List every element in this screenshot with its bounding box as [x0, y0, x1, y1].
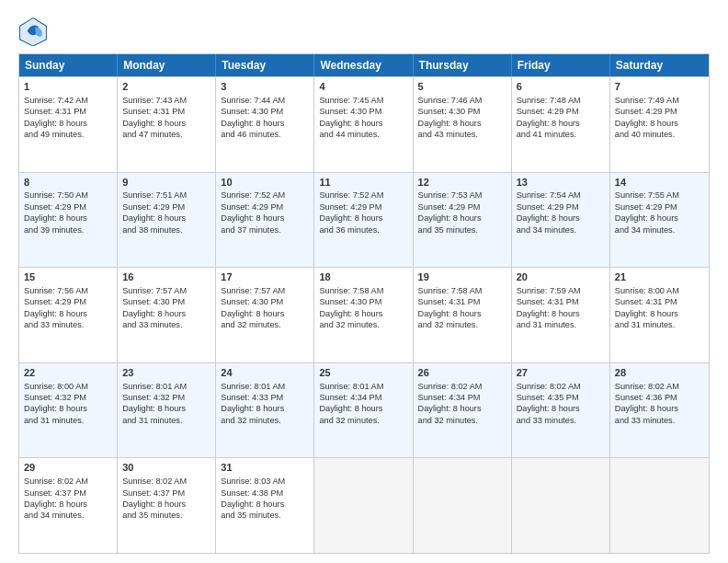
day-number: 15 — [24, 270, 112, 284]
day-info-line: Daylight: 8 hours — [221, 308, 309, 319]
cal-day-15: 15Sunrise: 7:56 AMSunset: 4:29 PMDayligh… — [19, 268, 118, 362]
day-info-line: Daylight: 8 hours — [418, 308, 506, 319]
day-info-line: Sunset: 4:31 PM — [615, 296, 704, 307]
day-info-line: Sunset: 4:30 PM — [221, 296, 309, 307]
day-info-line: and 32 minutes. — [221, 415, 309, 426]
cal-day-14: 14Sunrise: 7:55 AMSunset: 4:29 PMDayligh… — [610, 173, 709, 268]
day-info-line: Daylight: 8 hours — [517, 213, 605, 224]
page: SundayMondayTuesdayWednesdayThursdayFrid… — [0, 0, 728, 563]
day-info-line: Sunset: 4:29 PM — [24, 201, 112, 213]
cal-day-21: 21Sunrise: 8:00 AMSunset: 4:31 PMDayligh… — [610, 268, 709, 362]
day-info-line: Sunrise: 7:56 AM — [24, 285, 112, 296]
day-info-line: Sunrise: 7:52 AM — [319, 190, 407, 201]
day-info-line: and 32 minutes. — [221, 319, 309, 330]
day-info-line: Daylight: 8 hours — [221, 118, 309, 129]
day-info-line: Sunrise: 7:53 AM — [418, 190, 506, 201]
day-info-line: Sunset: 4:31 PM — [24, 106, 112, 117]
day-number: 1 — [24, 80, 112, 94]
calendar-body: 1Sunrise: 7:42 AMSunset: 4:31 PMDaylight… — [19, 76, 709, 553]
day-info-line: and 35 minutes. — [418, 224, 506, 236]
day-info-line: and 44 minutes. — [319, 129, 407, 140]
day-info-line: Sunrise: 7:51 AM — [122, 190, 210, 201]
day-info-line: and 33 minutes. — [517, 415, 605, 426]
cal-day-18: 18Sunrise: 7:58 AMSunset: 4:30 PMDayligh… — [314, 268, 413, 362]
calendar-row-3: 15Sunrise: 7:56 AMSunset: 4:29 PMDayligh… — [19, 267, 709, 362]
day-info-line: Sunset: 4:30 PM — [221, 106, 309, 117]
header-day-monday: Monday — [118, 54, 216, 76]
day-info-line: Sunrise: 7:58 AM — [418, 285, 506, 296]
day-info-line: Sunset: 4:29 PM — [517, 201, 605, 213]
day-info-line: and 47 minutes. — [122, 129, 210, 140]
cal-empty — [314, 458, 413, 553]
cal-day-28: 28Sunrise: 8:02 AMSunset: 4:36 PMDayligh… — [610, 363, 709, 458]
day-info-line: and 34 minutes. — [615, 224, 704, 236]
day-info-line: Sunset: 4:29 PM — [517, 106, 605, 117]
cal-day-11: 11Sunrise: 7:52 AMSunset: 4:29 PMDayligh… — [314, 173, 413, 268]
day-info-line: Sunrise: 7:54 AM — [517, 190, 605, 201]
day-info-line: Sunrise: 7:57 AM — [122, 285, 210, 296]
day-number: 23 — [122, 366, 210, 380]
day-number: 28 — [615, 366, 704, 380]
day-info-line: Sunrise: 8:03 AM — [221, 476, 309, 487]
day-info-line: Sunrise: 8:02 AM — [122, 476, 210, 487]
day-info-line: Sunset: 4:30 PM — [418, 106, 506, 117]
day-info-line: and 38 minutes. — [122, 224, 210, 236]
day-number: 29 — [24, 461, 112, 475]
day-info-line: and 43 minutes. — [418, 129, 506, 140]
cal-day-27: 27Sunrise: 8:02 AMSunset: 4:35 PMDayligh… — [512, 363, 610, 458]
day-number: 22 — [24, 366, 112, 380]
day-info-line: Sunset: 4:30 PM — [319, 296, 407, 307]
header — [18, 17, 710, 46]
day-info-line: Daylight: 8 hours — [122, 403, 210, 414]
day-info-line: and 31 minutes. — [615, 319, 704, 330]
day-info-line: Sunset: 4:29 PM — [615, 201, 704, 213]
day-info-line: Sunrise: 7:52 AM — [221, 190, 309, 201]
cal-day-7: 7Sunrise: 7:49 AMSunset: 4:29 PMDaylight… — [610, 77, 709, 172]
day-number: 20 — [517, 270, 605, 284]
cal-day-2: 2Sunrise: 7:43 AMSunset: 4:31 PMDaylight… — [118, 77, 216, 172]
day-info-line: and 32 minutes. — [319, 415, 407, 426]
day-number: 12 — [418, 176, 506, 190]
day-number: 18 — [319, 270, 407, 284]
day-number: 30 — [122, 461, 210, 475]
header-day-thursday: Thursday — [414, 54, 512, 76]
day-info-line: Sunset: 4:29 PM — [221, 201, 309, 213]
day-info-line: Sunrise: 8:01 AM — [221, 381, 309, 392]
header-day-saturday: Saturday — [610, 54, 709, 76]
day-info-line: Daylight: 8 hours — [122, 118, 210, 129]
cal-empty — [512, 458, 610, 553]
day-info-line: Sunrise: 8:01 AM — [122, 381, 210, 392]
day-info-line: Sunset: 4:37 PM — [122, 488, 210, 499]
day-info-line: and 33 minutes. — [122, 319, 210, 330]
day-info-line: Sunset: 4:38 PM — [221, 488, 309, 499]
cal-day-19: 19Sunrise: 7:58 AMSunset: 4:31 PMDayligh… — [414, 268, 512, 362]
day-info-line: Daylight: 8 hours — [319, 213, 407, 224]
day-info-line: Sunrise: 7:43 AM — [122, 95, 210, 106]
day-info-line: Sunrise: 7:58 AM — [319, 285, 407, 296]
cal-empty — [610, 458, 709, 553]
cal-empty — [414, 458, 512, 553]
day-info-line: and 41 minutes. — [517, 129, 605, 140]
day-info-line: Daylight: 8 hours — [615, 403, 704, 414]
logo — [18, 17, 51, 46]
day-number: 21 — [615, 270, 704, 284]
day-info-line: Sunset: 4:29 PM — [24, 296, 112, 307]
day-info-line: Sunset: 4:31 PM — [418, 296, 506, 307]
day-info-line: and 32 minutes. — [418, 319, 506, 330]
day-info-line: Daylight: 8 hours — [24, 403, 112, 414]
day-info-line: Sunrise: 8:02 AM — [517, 381, 605, 392]
header-day-wednesday: Wednesday — [314, 54, 413, 76]
day-info-line: Sunrise: 8:02 AM — [24, 476, 112, 487]
cal-day-8: 8Sunrise: 7:50 AMSunset: 4:29 PMDaylight… — [19, 173, 118, 268]
cal-day-3: 3Sunrise: 7:44 AMSunset: 4:30 PMDaylight… — [216, 77, 314, 172]
day-info-line: and 34 minutes. — [24, 510, 112, 521]
day-info-line: Daylight: 8 hours — [319, 118, 407, 129]
cal-day-12: 12Sunrise: 7:53 AMSunset: 4:29 PMDayligh… — [414, 173, 512, 268]
day-number: 17 — [221, 270, 309, 284]
day-info-line: and 33 minutes. — [24, 319, 112, 330]
logo-icon — [18, 17, 48, 46]
day-info-line: Daylight: 8 hours — [319, 403, 407, 414]
day-info-line: Daylight: 8 hours — [221, 403, 309, 414]
calendar: SundayMondayTuesdayWednesdayThursdayFrid… — [18, 53, 710, 554]
day-info-line: Daylight: 8 hours — [418, 213, 506, 224]
